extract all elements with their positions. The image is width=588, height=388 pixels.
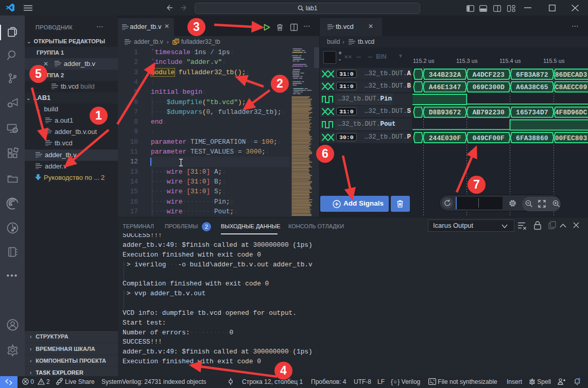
svg-text:A46E1347: A46E1347: [429, 83, 461, 91]
svg-text:069C300D: 069C300D: [472, 83, 505, 91]
svg-text:4F8D96DC: 4F8D96DC: [555, 109, 587, 116]
svg-text:86DECAD3: 86DECAD3: [555, 71, 587, 79]
svg-text:C8AECC09: C8AECC09: [555, 83, 587, 91]
svg-text:165734D7: 165734D7: [516, 109, 548, 116]
svg-text:A4DCF223: A4DCF223: [472, 71, 505, 79]
svg-text:244E030F: 244E030F: [429, 134, 461, 142]
svg-text:A6A38C65: A6A38C65: [516, 83, 548, 91]
svg-text:00FEC803: 00FEC803: [555, 134, 587, 142]
svg-text:6FB3A872: 6FB3A872: [516, 71, 548, 79]
svg-text:344B232A: 344B232A: [429, 71, 461, 79]
svg-text:D8B93672: D8B93672: [429, 109, 461, 116]
svg-text:AB792230: AB792230: [472, 109, 505, 116]
svg-text:049CF00F: 049CF00F: [472, 134, 505, 142]
svg-text:6FA38860: 6FA38860: [516, 134, 548, 142]
